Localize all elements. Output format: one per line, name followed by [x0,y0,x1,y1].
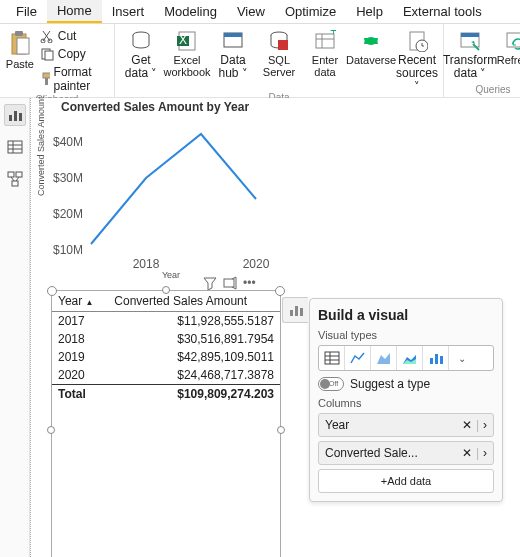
transform-icon [459,30,481,52]
dataverse-button[interactable]: Dataverse [349,26,393,66]
recent-icon [406,30,428,52]
svg-rect-13 [224,33,242,37]
chart-title: Converted Sales Amount by Year [61,100,291,114]
paste-button[interactable]: Paste [4,26,36,70]
field-chevron-icon[interactable]: › [483,418,487,432]
model-view-button[interactable] [4,168,26,190]
focus-mode-icon[interactable] [223,276,237,290]
menu-file[interactable]: File [6,1,47,22]
remove-field-icon[interactable]: ✕ [462,418,472,432]
enter-data-button[interactable]: +Enter data [303,26,347,78]
svg-rect-45 [325,352,339,364]
svg-text:2020: 2020 [243,257,270,271]
svg-rect-27 [19,113,22,121]
menu-insert[interactable]: Insert [102,1,155,22]
table-visual[interactable]: Year ▲ Converted Sales Amount 2017$11,92… [51,290,281,557]
table-row[interactable]: 2020$24,468,717.3878 [52,366,280,385]
ribbon: Paste Cut Copy Format painter Clipboard … [0,24,520,98]
menubar: File Home Insert Modeling View Optimize … [0,0,520,24]
menu-home[interactable]: Home [47,0,102,23]
viz-table-button[interactable] [319,346,345,370]
viz-bar-button[interactable] [423,346,449,370]
menu-external-tools[interactable]: External tools [393,1,492,22]
field-well-year[interactable]: Year ✕|› [318,413,494,437]
excel-workbook-button[interactable]: XExcel workbook [165,26,209,78]
table-row[interactable]: 2018$30,516,891.7954 [52,330,280,348]
refresh-icon [505,30,520,52]
svg-rect-28 [8,141,22,153]
line-chart-visual[interactable]: Converted Sales Amount by Year Converted… [51,100,291,280]
svg-rect-41 [224,279,234,287]
col-header-year[interactable]: Year ▲ [52,291,108,312]
chart-y-axis-label: Converted Sales Amount [36,96,46,196]
svg-rect-50 [435,354,438,364]
svg-text:$10M: $10M [53,243,83,257]
svg-rect-51 [440,356,443,364]
svg-text:2018: 2018 [133,257,160,271]
add-data-button[interactable]: +Add data [318,469,494,493]
svg-rect-23 [461,33,479,37]
menu-view[interactable]: View [227,1,275,22]
svg-text:$30M: $30M [53,171,83,185]
format-painter-button[interactable]: Format painter [38,64,110,94]
more-options-icon[interactable]: ••• [243,276,256,290]
svg-rect-2 [17,38,29,54]
viz-more-button[interactable]: ⌄ [449,346,475,370]
svg-rect-34 [12,181,18,186]
viz-stacked-area-button[interactable] [397,346,423,370]
get-data-button[interactable]: Get data ˅ [119,26,163,80]
svg-rect-44 [300,308,303,316]
transform-data-button[interactable]: Transform data ˅ [448,26,492,80]
menu-optimize[interactable]: Optimize [275,1,346,22]
cut-button[interactable]: Cut [38,28,110,44]
table-row[interactable]: 2017$11,928,555.5187 [52,312,280,331]
chevron-down-icon: ⌄ [458,353,466,364]
data-hub-button[interactable]: Data hub ˅ [211,26,255,80]
field-chevron-icon[interactable]: › [483,446,487,460]
copy-icon [40,47,54,61]
svg-rect-26 [14,111,17,121]
data-table: Year ▲ Converted Sales Amount 2017$11,92… [52,291,280,403]
suggest-label: Suggest a type [350,377,430,391]
viz-line-button[interactable] [345,346,371,370]
report-view-button[interactable] [4,104,26,126]
menu-modeling[interactable]: Modeling [154,1,227,22]
field-well-amount[interactable]: Converted Sale... ✕|› [318,441,494,465]
svg-rect-6 [45,51,53,60]
remove-field-icon[interactable]: ✕ [462,446,472,460]
viz-area-button[interactable] [371,346,397,370]
svg-text:$40M: $40M [53,135,83,149]
recent-sources-button[interactable]: Recent sources ˅ [395,26,439,92]
table-row[interactable]: 2019$42,895,109.5011 [52,348,280,366]
build-visual-tab[interactable] [282,297,308,323]
ribbon-group-data: Get data ˅ XExcel workbook Data hub ˅ SQ… [115,24,444,97]
model-icon [7,171,23,187]
chart-x-axis-label: Year [162,270,180,280]
col-header-amount[interactable]: Converted Sales Amount [108,291,280,312]
report-canvas[interactable]: Converted Sales Amount by Year Converted… [30,98,520,557]
copy-button[interactable]: Copy [38,46,110,62]
svg-rect-33 [16,172,22,177]
filter-icon[interactable] [203,276,217,290]
svg-rect-7 [43,73,50,78]
menu-help[interactable]: Help [346,1,393,22]
report-icon [7,107,23,123]
brush-icon [40,72,50,86]
sql-server-button[interactable]: SQL Server [257,26,301,78]
svg-rect-42 [290,310,293,316]
dataverse-icon [360,30,382,52]
cut-icon [40,29,54,43]
refresh-button[interactable]: Refresh [494,26,520,66]
suggest-toggle[interactable]: Off [318,377,344,391]
visual-types-label: Visual types [318,329,494,341]
enterdata-icon: + [314,30,336,52]
table-icon [7,139,23,155]
svg-rect-49 [430,358,433,364]
table-total-row: Total$109,809,274.203 [52,385,280,404]
group-label-queries: Queries [476,84,511,97]
svg-rect-32 [8,172,14,177]
data-view-button[interactable] [4,136,26,158]
ribbon-group-clipboard: Paste Cut Copy Format painter Clipboard [0,24,115,97]
sql-icon [268,30,290,52]
svg-text:+: + [330,30,336,38]
